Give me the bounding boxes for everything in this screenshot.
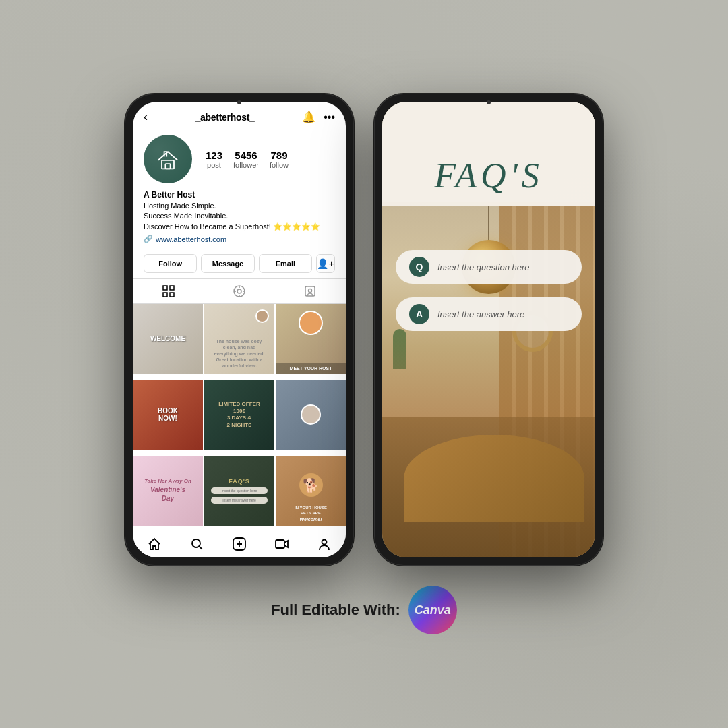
grid-icon [162,284,175,298]
grid-cell-8[interactable]: FAQ'S Insert the question here Insert th… [204,456,274,526]
a-letter: A [409,304,429,324]
profile-section: 123 post 5456 follower 789 follow A B [133,129,346,250]
ig-header: ‹ _abetterhost_ 🔔 ••• [133,102,346,129]
grid-cell-3[interactable]: MEET YOUR HOST [276,304,346,374]
message-button[interactable]: Message [201,254,254,273]
house-icon [156,147,180,171]
svg-rect-3 [170,286,174,290]
svg-point-14 [192,539,200,547]
svg-point-20 [322,540,327,545]
bottom-branding: Full Editable With: Canva [271,586,457,634]
svg-line-15 [199,547,202,550]
lamp-cord [488,206,489,240]
reels-icon [233,284,246,298]
faq-header: FAQ'S [382,102,595,206]
canva-logo-text: Canva [415,603,451,617]
followers-count: 5456 [235,150,257,161]
svg-point-7 [237,289,241,293]
grid-cell-7[interactable]: Take Her Away OnValentine'sDay [133,456,203,526]
tagged-icon [303,284,317,298]
stats-row: 123 post 5456 follower 789 follow [206,150,335,169]
faq-title: FAQ'S [434,156,543,195]
answer-card: A Insert the answer here [396,297,582,331]
action-buttons: Follow Message Email 👤+ [133,250,346,278]
question-card: Q Insert the question here [396,250,582,284]
cell-3-content: MEET YOUR HOST [276,304,346,374]
followers-label: follower [233,161,259,169]
cell-1-content: WELCOME [133,304,203,374]
profile-icon [317,537,332,551]
add-person-icon: 👤+ [317,258,334,269]
nav-search[interactable] [189,536,205,552]
content-tabs [133,278,346,304]
bio-line-2: Success Made Inevitable. [144,211,335,221]
bell-icon[interactable]: 🔔 [302,111,315,123]
cell-2-content: The house was cozy, clean, and had every… [204,304,274,374]
posts-label: post [207,161,221,169]
posts-grid: WELCOME The house was cozy, clean, and h… [133,304,346,530]
answer-placeholder: Insert the answer here [437,309,524,320]
video-icon [274,537,289,551]
grid-cell-4[interactable]: BOOKNOW! [133,380,203,450]
svg-rect-1 [165,164,170,169]
tab-tagged[interactable] [275,279,346,303]
nav-home[interactable] [146,536,162,552]
profile-top: 123 post 5456 follower 789 follow [144,135,335,183]
grid-cell-1[interactable]: WELCOME [133,304,203,374]
tab-reels[interactable] [204,279,274,303]
svg-rect-19 [276,540,284,548]
instagram-screen: ‹ _abetterhost_ 🔔 ••• [133,102,346,557]
profile-name: A Better Host [144,190,335,200]
link-icon: 🔗 [144,235,153,243]
more-icon[interactable]: ••• [324,111,335,123]
grid-cell-9[interactable]: IN YOUR HOUSEPETS AREWelcome! 🐕 [276,456,346,526]
tab-grid[interactable] [133,279,204,303]
grid-cell-5[interactable]: LIMITED OFFER100$3 DAYS &2 NIGHTS [204,380,274,450]
grid-cell-6[interactable] [276,380,346,450]
canva-badge[interactable]: Canva [408,586,457,634]
posts-count: 123 [206,150,222,161]
grid-cell-2[interactable]: The house was cozy, clean, and had every… [204,304,274,374]
nav-plus[interactable] [231,536,247,552]
profile-link[interactable]: 🔗 www.abetterhost.com [144,235,335,243]
stat-posts: 123 post [206,150,222,169]
search-icon [189,537,204,551]
bottom-nav [133,530,346,557]
home-icon [147,537,162,551]
svg-rect-0 [162,160,174,169]
question-placeholder: Insert the question here [437,262,530,272]
stat-followers: 5456 follower [233,150,259,169]
branding-label: Full Editable With: [271,601,400,619]
nav-profile[interactable] [316,536,332,552]
faq-screen: FAQ'S [382,102,595,557]
plus-icon [232,537,247,551]
svg-point-13 [309,289,312,293]
nav-reels[interactable] [274,536,290,552]
phones-container: ‹ _abetterhost_ 🔔 ••• [125,94,603,566]
add-person-button[interactable]: 👤+ [316,254,335,273]
header-icons: 🔔 ••• [302,111,335,123]
svg-rect-12 [305,286,315,296]
stat-following: 789 follow [270,150,289,169]
ig-username: _abetterhost_ [195,112,255,123]
svg-rect-2 [163,286,167,290]
bio-line-3: Discover How to Became a Superhost! ⭐⭐⭐⭐… [144,222,335,232]
following-label: follow [270,161,289,169]
q-letter: Q [409,257,429,277]
following-count: 789 [270,150,287,161]
left-phone: ‹ _abetterhost_ 🔔 ••• [125,94,354,566]
back-button[interactable]: ‹ [144,110,148,124]
svg-rect-4 [163,293,167,297]
bio-line-1: Hosting Made Simple. [144,201,335,211]
avatar [144,135,192,183]
svg-rect-5 [170,293,174,297]
email-button[interactable]: Email [259,254,312,273]
right-phone: FAQ'S [374,94,603,566]
follow-button[interactable]: Follow [144,254,197,273]
